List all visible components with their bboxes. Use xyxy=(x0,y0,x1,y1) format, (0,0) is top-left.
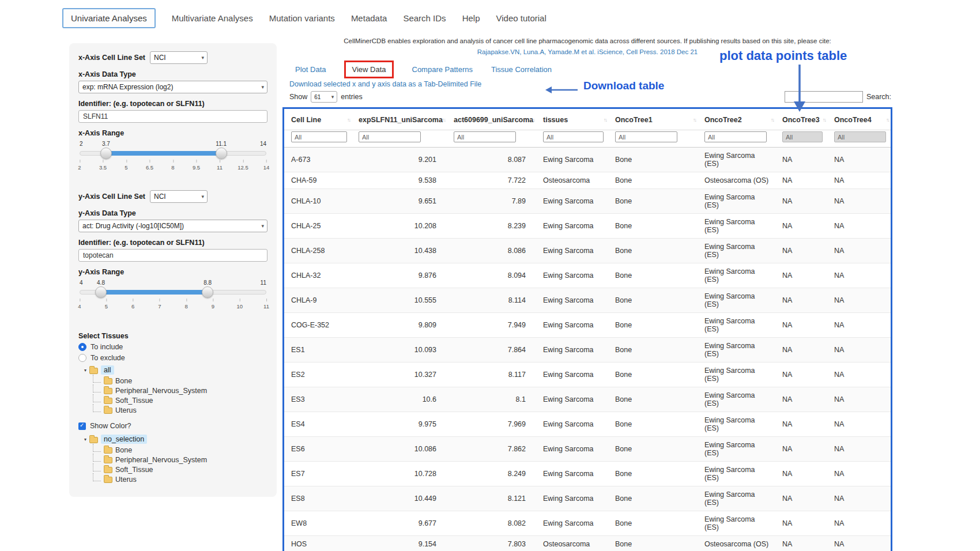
slider-handle-high[interactable]: 8.8 xyxy=(202,286,213,298)
y-data-type-select[interactable]: act: Drug Activity (-log10[IC50M]) xyxy=(78,220,267,232)
entries-select[interactable]: 61 xyxy=(311,91,337,103)
sort-icon[interactable]: ↑↓ xyxy=(771,117,774,123)
column-filter-expslfn11-unisarcoma[interactable] xyxy=(359,131,421,142)
column-filter-act609699-unisarcoma[interactable] xyxy=(454,131,516,142)
column-filter-tissues[interactable] xyxy=(543,131,604,142)
table-row[interactable]: EW89.6778.082Ewing SarcomaBoneEwing Sarc… xyxy=(284,511,891,536)
table-row[interactable]: CHLA-329.8768.094Ewing SarcomaBoneEwing … xyxy=(284,263,891,288)
x-data-type-select[interactable]: exp: mRNA Expression (log2) xyxy=(78,81,267,93)
table-row[interactable]: COG-E-3529.8097.949Ewing SarcomaBoneEwin… xyxy=(284,313,891,338)
sort-icon[interactable]: ↑↓ xyxy=(532,117,534,123)
tab-help[interactable]: Help xyxy=(462,9,480,28)
radio-to-include[interactable]: To include xyxy=(78,343,267,351)
x-cell-line-set-select[interactable]: NCI xyxy=(150,51,208,64)
tree-node-soft-tissue[interactable]: Soft_Tissue xyxy=(93,465,267,474)
column-header-act609699-unisarcoma[interactable]: act609699_uniSarcoma↑↓ xyxy=(447,109,536,130)
slider-tick: 6 xyxy=(131,303,134,310)
tree-expand-icon[interactable]: ▾ xyxy=(84,368,86,373)
column-header-expslfn11-unisarcoma[interactable]: expSLFN11_uniSarcoma↑↓ xyxy=(352,109,447,130)
slider-handle-low[interactable]: 4.8 xyxy=(95,286,107,298)
table-row[interactable]: ES210.3278.117Ewing SarcomaBoneEwing Sar… xyxy=(284,363,891,387)
tree-node-uterus[interactable]: Uterus xyxy=(93,405,267,415)
table-row[interactable]: CHLA-25810.4388.086Ewing SarcomaBoneEwin… xyxy=(284,239,891,263)
y-range-slider[interactable]: 4 11 4.8 8.8 4567891011 xyxy=(80,280,266,314)
tree-node-soft-tissue[interactable]: Soft_Tissue xyxy=(93,395,267,405)
slider-tick: 5 xyxy=(105,303,108,310)
table-row[interactable]: CHLA-109.6517.89Ewing SarcomaBoneEwing S… xyxy=(284,189,891,214)
cell: Ewing Sarcoma (ES) xyxy=(698,437,775,462)
sort-icon[interactable]: ↑↓ xyxy=(823,117,826,123)
table-row[interactable]: ES310.68.1Ewing SarcomaBoneEwing Sarcoma… xyxy=(284,387,891,412)
sort-icon[interactable]: ↑↓ xyxy=(442,117,445,123)
tab-metadata[interactable]: Metadata xyxy=(351,9,387,28)
tree-node-bone[interactable]: Bone xyxy=(93,445,267,455)
slider-handle-low[interactable]: 3.7 xyxy=(100,148,112,159)
tree-node-peripheral-nervous-system[interactable]: Peripheral_Nervous_System xyxy=(93,386,267,395)
subtab-tissue-correlation[interactable]: Tissue Correlation xyxy=(491,65,552,74)
y-cell-line-set-select[interactable]: NCI xyxy=(150,190,208,203)
table-row[interactable]: ES810.4498.121Ewing SarcomaBoneEwing Sar… xyxy=(284,486,891,511)
table-row[interactable]: HOS9.1547.803OsteosarcomaBoneOsteosarcom… xyxy=(284,536,891,551)
table-row[interactable]: A-6739.2018.087Ewing SarcomaBoneEwing Sa… xyxy=(284,148,891,172)
column-header-oncotree4[interactable]: OncoTree4↑↓ xyxy=(827,109,891,130)
cell: Bone xyxy=(608,189,698,214)
sort-icon[interactable]: ↑↓ xyxy=(604,117,606,123)
column-label: Cell Line xyxy=(291,116,321,124)
tab-univariate-analyses[interactable]: Univariate Analyses xyxy=(62,8,156,28)
cell: 7.803 xyxy=(447,536,536,551)
column-header-oncotree1[interactable]: OncoTree1↑↓ xyxy=(608,109,698,130)
cell: NA xyxy=(827,462,891,486)
show-color-checkbox[interactable]: Show Color? xyxy=(78,422,267,430)
column-header-cell-line[interactable]: Cell Line↑↓ xyxy=(284,109,352,130)
column-filter-oncotree2[interactable] xyxy=(704,131,767,142)
table-row[interactable]: CHLA-910.5558.114Ewing SarcomaBoneEwing … xyxy=(284,288,891,313)
tab-multivariate-analyses[interactable]: Multivariate Analyses xyxy=(172,9,253,28)
tree-node-uterus[interactable]: Uterus xyxy=(93,474,267,484)
table-row[interactable]: ES710.7288.249Ewing SarcomaBoneEwing Sar… xyxy=(284,462,891,486)
y-range-label: y-Axis Range xyxy=(78,268,267,276)
cell: Bone xyxy=(608,148,698,172)
column-filter-cell-line[interactable] xyxy=(291,131,347,142)
sort-icon[interactable]: ↑↓ xyxy=(693,117,696,123)
column-filter-oncotree4[interactable] xyxy=(834,131,886,142)
sort-icon[interactable]: ↑↓ xyxy=(347,117,350,123)
cell: 9.154 xyxy=(352,536,447,551)
subtab-plot-data[interactable]: Plot Data xyxy=(295,65,326,74)
column-filter-oncotree3[interactable] xyxy=(782,131,823,142)
tree-node-bone[interactable]: Bone xyxy=(93,376,267,386)
table-row[interactable]: ES610.0867.862Ewing SarcomaBoneEwing Sar… xyxy=(284,437,891,462)
cell: NA xyxy=(775,363,827,387)
x-range-slider[interactable]: 2 14 3.7 11.1 23.556.589.51112.514 xyxy=(80,141,266,175)
table-row[interactable]: ES49.9757.969Ewing SarcomaBoneEwing Sarc… xyxy=(284,412,891,437)
table-row[interactable]: CHA-599.5387.722OsteosarcomaBoneOsteosar… xyxy=(284,172,891,189)
tree-connector xyxy=(93,473,101,481)
data-table: Cell Line↑↓expSLFN11_uniSarcoma↑↓act6096… xyxy=(284,109,891,551)
sort-icon[interactable]: ↑↓ xyxy=(886,117,889,123)
x-identifier-input[interactable] xyxy=(78,110,267,123)
cell: Ewing Sarcoma xyxy=(536,437,608,462)
table-row[interactable]: CHLA-2510.2088.239Ewing SarcomaBoneEwing… xyxy=(284,214,891,239)
tree-node-all[interactable]: ▾all xyxy=(84,365,267,375)
tree-connector xyxy=(93,394,101,402)
slider-handle-high[interactable]: 11.1 xyxy=(216,148,227,159)
radio-icon xyxy=(78,343,86,351)
table-row[interactable]: ES110.0937.864Ewing SarcomaBoneEwing Sar… xyxy=(284,338,891,363)
filter-cell xyxy=(775,130,827,148)
tab-video-tutorial[interactable]: Video tutorial xyxy=(496,9,546,28)
subtab-view-data[interactable]: View Data xyxy=(344,61,393,78)
tree-expand-icon[interactable]: ▾ xyxy=(84,437,86,442)
tab-mutation-variants[interactable]: Mutation variants xyxy=(269,9,335,28)
tab-search-ids[interactable]: Search IDs xyxy=(403,9,446,28)
cell: Ewing Sarcoma xyxy=(536,412,608,437)
y-identifier-input[interactable] xyxy=(78,249,267,262)
tree-node-no-selection[interactable]: ▾no_selection xyxy=(84,435,267,444)
y-cell-line-set-select-wrap: NCI xyxy=(150,190,208,203)
column-header-tissues[interactable]: tissues↑↓ xyxy=(536,109,608,130)
tree-node-peripheral-nervous-system[interactable]: Peripheral_Nervous_System xyxy=(93,455,267,465)
citation-text: CellMinerCDB enables exploration and ana… xyxy=(282,37,892,45)
download-link[interactable]: Download selected x and y axis data as a… xyxy=(289,80,481,88)
subtab-compare-patterns[interactable]: Compare Patterns xyxy=(412,65,473,74)
column-header-oncotree2[interactable]: OncoTree2↑↓ xyxy=(698,109,775,130)
column-filter-oncotree1[interactable] xyxy=(615,131,677,142)
radio-to-exclude[interactable]: To exclude xyxy=(78,354,267,362)
